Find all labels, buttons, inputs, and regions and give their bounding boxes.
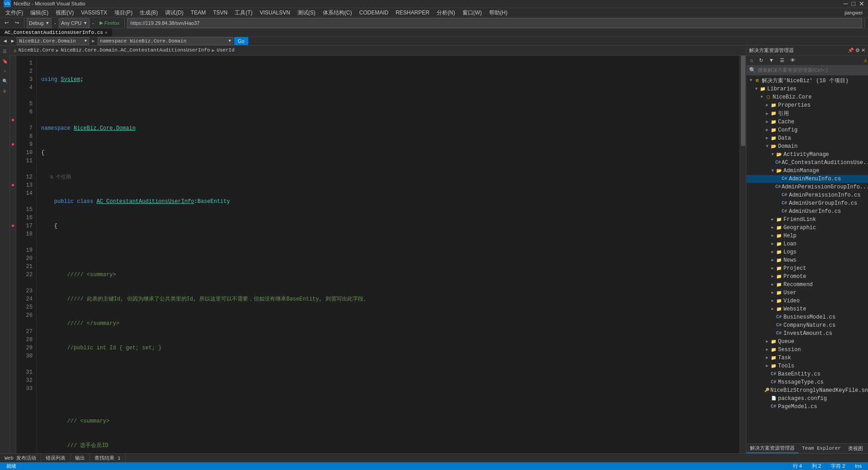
tree-item-nicebiz-core[interactable]: ▼ ⬡ NiceBiz.Core xyxy=(746,93,868,101)
se-pin-btn[interactable]: 📌 xyxy=(848,47,854,53)
scroll-indicator[interactable] xyxy=(740,56,746,453)
tree-item-adminpermgrp[interactable]: C# AdminPermissionGroupInfo... xyxy=(746,183,868,191)
tree-item-website[interactable]: ▶ 📁 Website xyxy=(746,305,868,313)
tree-item-project[interactable]: ▶ 📁 Project xyxy=(746,264,868,273)
status-ready[interactable]: 就绪 xyxy=(4,463,19,470)
redo-btn[interactable]: ↪ xyxy=(12,19,22,27)
minimize-btn[interactable]: ─ xyxy=(844,0,848,7)
namespace-dropdown-left[interactable]: NiceBiz.Core.Domain ▼ xyxy=(17,37,89,45)
tree-item-task[interactable]: ▶ 📁 Task xyxy=(746,354,868,362)
maximize-btn[interactable]: □ xyxy=(852,0,855,7)
menu-tsvn[interactable]: TSVN xyxy=(209,9,231,17)
tree-item-geographic[interactable]: ▶ 📁 Geographic xyxy=(746,224,868,232)
bottom-tab-webpublish[interactable]: Web 发布活动 xyxy=(0,454,41,462)
tree-item-session[interactable]: ▶ 📁 Session xyxy=(746,346,868,354)
tree-item-video[interactable]: ▶ 📁 Video xyxy=(746,297,868,305)
tree-expand-recommend[interactable]: ▶ xyxy=(770,282,775,287)
bottom-tab-errors[interactable]: 错误列表 xyxy=(41,454,71,462)
undo-btn[interactable]: ↩ xyxy=(2,19,11,27)
close-btn[interactable]: ✕ xyxy=(859,0,864,7)
bottom-tab-findresults[interactable]: 查找结果 1 xyxy=(90,454,125,462)
tab-close-btn[interactable]: ✕ xyxy=(105,30,108,35)
bottom-tab-output[interactable]: 输出 xyxy=(71,454,90,462)
se-search-bar[interactable]: 🔍 xyxy=(746,66,868,75)
tree-expand-config[interactable]: ▶ xyxy=(764,127,770,132)
se-refresh-btn[interactable]: ↻ xyxy=(756,56,766,64)
debug-dropdown[interactable]: Debug ▼ xyxy=(27,18,52,28)
tree-expand-loan[interactable]: ▶ xyxy=(770,241,775,246)
tree-item-baseentity[interactable]: C# BaseEntity.cs xyxy=(746,370,868,378)
left-sidebar-icon-4[interactable]: 🔍 xyxy=(1,77,9,85)
tree-item-solution[interactable]: ▼ ⊞ 解决方案'NiceBiz' (18 个项目) xyxy=(746,76,868,85)
tree-item-promote[interactable]: ▶ 📁 Promote xyxy=(746,273,868,281)
tree-item-queue[interactable]: ▶ 📁 Queue xyxy=(746,338,868,346)
tree-expand-libraries[interactable]: ▼ xyxy=(754,87,759,91)
tree-item-businessmodel[interactable]: C# BusinessModel.cs xyxy=(746,313,868,321)
left-sidebar-icon-3[interactable]: ⚡ xyxy=(1,67,9,75)
tree-item-properties[interactable]: ▶ 📁 Properties xyxy=(746,101,868,109)
tree-item-libraries[interactable]: ▼ 📁 Libraries xyxy=(746,85,868,93)
tree-expand-website[interactable]: ▶ xyxy=(770,306,775,311)
se-tab-solution[interactable]: 解决方案资源管理器 xyxy=(746,444,798,453)
tree-item-packages[interactable]: 📄 packages.config xyxy=(746,395,868,403)
namespace-dropdown-right[interactable]: namespace NiceBiz.Core.Domain ▼ xyxy=(98,37,233,45)
tree-expand-friendlink[interactable]: ▶ xyxy=(770,217,775,222)
go-button[interactable]: Go xyxy=(234,37,248,45)
left-sidebar-icon-2[interactable]: 🔖 xyxy=(1,57,9,66)
tree-item-admin[interactable]: ▼ 📂 AdminManage xyxy=(746,167,868,175)
tree-expand-solution[interactable]: ▼ xyxy=(748,78,754,83)
tree-item-activity[interactable]: ▼ 📂 ActivityManage xyxy=(746,150,868,159)
tree-expand-activity[interactable]: ▼ xyxy=(770,152,775,157)
menu-resharper[interactable]: RESHARPER xyxy=(392,9,433,17)
tree-item-adminusr[interactable]: C# AdminUserInfo.cs xyxy=(746,207,868,216)
tree-item-user[interactable]: ▶ 📁 User xyxy=(746,289,868,297)
tree-expand-data[interactable]: ▶ xyxy=(764,136,770,141)
tree-item-references[interactable]: ▶ 📁 引用 xyxy=(746,109,868,118)
tree-item-investamount[interactable]: C# InvestAmount.cs xyxy=(746,329,868,338)
tree-item-adminperm[interactable]: C# AdminPermissionInfo.cs xyxy=(746,191,868,199)
menu-visualsvn[interactable]: VISUALSVN xyxy=(256,9,293,17)
tree-item-ac-file[interactable]: C# AC_ContestantAuditionsUse... xyxy=(746,159,868,167)
se-search-input[interactable] xyxy=(758,67,865,73)
menu-debug[interactable]: 调试(D) xyxy=(161,8,187,18)
tree-item-tools[interactable]: ▶ 📁 Tools xyxy=(746,362,868,370)
se-close-btn[interactable]: ✕ xyxy=(861,47,865,53)
tree-expand-properties[interactable]: ▶ xyxy=(764,103,770,108)
scroll-thumb[interactable] xyxy=(741,56,745,146)
se-collapse-btn[interactable]: ▼ xyxy=(766,56,777,64)
se-preview-btn[interactable]: 👁 xyxy=(788,56,798,64)
se-home-btn[interactable]: ⌂ xyxy=(747,56,756,64)
se-settings-btn[interactable]: ⚙ xyxy=(855,47,860,53)
code-view[interactable]: ● ● ● ● 1 2 xyxy=(10,56,746,453)
tree-expand-session[interactable]: ▶ xyxy=(764,347,770,352)
tree-expand-task[interactable]: ▶ xyxy=(764,355,770,360)
tree-expand-tools[interactable]: ▶ xyxy=(764,363,770,368)
tree-expand-nicebiz[interactable]: ▼ xyxy=(759,95,764,99)
tree-item-help[interactable]: ▶ 📁 Help xyxy=(746,232,868,240)
menu-test[interactable]: 测试(S) xyxy=(294,8,319,18)
tree-item-logs[interactable]: ▶ 📁 Logs xyxy=(746,248,868,256)
tree-expand-domain[interactable]: ▼ xyxy=(764,144,770,149)
tree-expand-news[interactable]: ▶ xyxy=(770,258,775,263)
tree-item-companynature[interactable]: C# CompanyNature.cs xyxy=(746,321,868,329)
code-content[interactable]: using System; namespace NiceBiz.Core.Dom… xyxy=(37,56,740,453)
cpu-dropdown[interactable]: Any CPU ▼ xyxy=(59,18,90,28)
se-tab-class[interactable]: 类视图 xyxy=(844,444,867,453)
se-filter-btn[interactable]: ☰ xyxy=(777,56,787,64)
tree-expand-video[interactable]: ▶ xyxy=(770,298,775,303)
nav-forward-arrow[interactable]: ▶ xyxy=(9,38,16,44)
menu-architecture[interactable]: 体系结构(C) xyxy=(319,8,356,18)
url-bar[interactable]: https://119.29.84.38/svn/Hao37 xyxy=(127,18,862,28)
tree-item-config[interactable]: ▶ 📁 Config xyxy=(746,126,868,134)
tree-expand-logs[interactable]: ▶ xyxy=(770,249,775,254)
left-sidebar-icon-5[interactable]: ⚙ xyxy=(1,87,9,95)
menu-analyze[interactable]: 分析(N) xyxy=(433,8,459,18)
tree-expand-help[interactable]: ▶ xyxy=(770,233,775,238)
tree-item-loan[interactable]: ▶ 📁 Loan xyxy=(746,240,868,248)
tree-expand-cache[interactable]: ▶ xyxy=(764,119,770,124)
menu-team[interactable]: TEAM xyxy=(187,9,209,17)
menu-tools[interactable]: 工具(T) xyxy=(231,8,256,18)
tree-expand-admin[interactable]: ▼ xyxy=(770,169,775,173)
tree-item-adminmenu[interactable]: C# AdminMenuInfo.cs xyxy=(746,175,868,183)
menu-help[interactable]: 帮助(H) xyxy=(486,8,511,18)
